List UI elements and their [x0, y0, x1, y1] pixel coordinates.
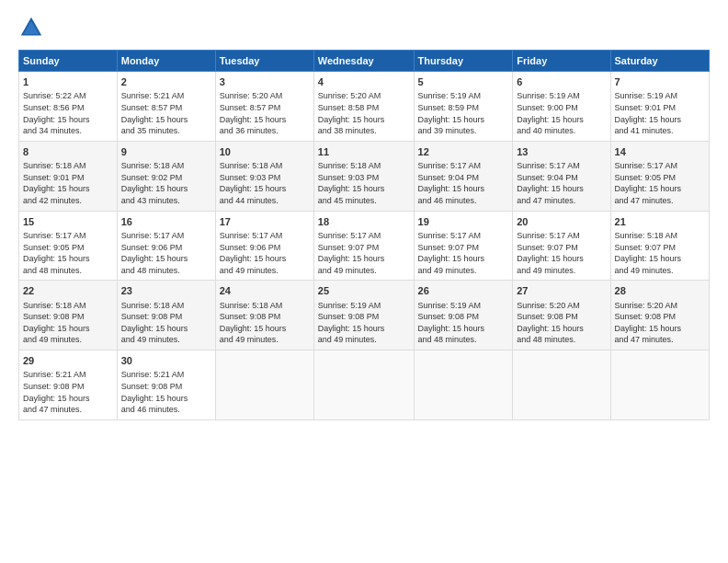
day-info-line: Sunset: 9:08 PM [615, 311, 705, 323]
calendar-day-cell: 23Sunrise: 5:18 AMSunset: 9:08 PMDayligh… [117, 281, 215, 350]
day-info-line: and 34 minutes. [23, 125, 113, 137]
day-number: 27 [517, 284, 606, 298]
day-info-line: Sunrise: 5:18 AM [121, 160, 211, 172]
day-info-line: Sunrise: 5:18 AM [220, 300, 310, 312]
day-info-line: Sunrise: 5:17 AM [615, 160, 705, 172]
day-info-line: Sunrise: 5:17 AM [418, 160, 509, 172]
calendar-day-cell: 13Sunrise: 5:17 AMSunset: 9:04 PMDayligh… [513, 141, 610, 211]
day-number: 9 [121, 145, 211, 159]
calendar-day-cell: 19Sunrise: 5:17 AMSunset: 9:07 PMDayligh… [414, 211, 513, 281]
day-info-line: Sunset: 8:57 PM [220, 102, 310, 114]
day-info-line: Sunrise: 5:20 AM [517, 300, 606, 312]
day-info-line: Sunrise: 5:19 AM [517, 90, 606, 102]
calendar-day-cell: 2Sunrise: 5:21 AMSunset: 8:57 PMDaylight… [117, 72, 215, 142]
day-number: 6 [517, 75, 606, 89]
calendar-day-cell: 6Sunrise: 5:19 AMSunset: 9:00 PMDaylight… [513, 72, 610, 142]
day-info-line: Sunset: 9:07 PM [318, 242, 410, 254]
calendar-day-cell: 1Sunrise: 5:22 AMSunset: 8:56 PMDaylight… [19, 72, 118, 142]
header [18, 15, 710, 40]
calendar-day-cell: 29Sunrise: 5:21 AMSunset: 9:08 PMDayligh… [19, 350, 118, 420]
day-info-line: Sunrise: 5:17 AM [418, 230, 509, 242]
day-info-line: and 49 minutes. [517, 265, 606, 277]
calendar-week-row: 29Sunrise: 5:21 AMSunset: 9:08 PMDayligh… [19, 350, 710, 420]
calendar-table: SundayMondayTuesdayWednesdayThursdayFrid… [18, 50, 710, 420]
day-info-line: Sunrise: 5:20 AM [318, 90, 410, 102]
day-info-line: and 49 minutes. [220, 334, 310, 346]
calendar-day-cell [414, 350, 513, 420]
day-info-line: Sunset: 9:08 PM [121, 381, 211, 393]
calendar-day-cell: 27Sunrise: 5:20 AMSunset: 9:08 PMDayligh… [513, 281, 610, 350]
calendar-day-cell: 21Sunrise: 5:18 AMSunset: 9:07 PMDayligh… [610, 211, 709, 281]
day-info-line: and 47 minutes. [23, 404, 113, 416]
day-info-line: and 42 minutes. [23, 195, 113, 207]
day-info-line: and 46 minutes. [418, 195, 509, 207]
calendar-header-row: SundayMondayTuesdayWednesdayThursdayFrid… [19, 51, 710, 72]
day-number: 23 [121, 284, 211, 298]
day-number: 19 [418, 215, 509, 229]
calendar-week-row: 1Sunrise: 5:22 AMSunset: 8:56 PMDaylight… [19, 72, 710, 142]
day-info-line: Sunrise: 5:18 AM [318, 160, 410, 172]
day-info-line: Daylight: 15 hours [121, 114, 211, 126]
calendar-day-cell: 10Sunrise: 5:18 AMSunset: 9:03 PMDayligh… [215, 141, 313, 211]
calendar-week-row: 22Sunrise: 5:18 AMSunset: 9:08 PMDayligh… [19, 281, 710, 350]
day-info-line: Daylight: 15 hours [615, 253, 705, 265]
day-info-line: Sunset: 9:07 PM [615, 242, 705, 254]
day-number: 8 [23, 145, 113, 159]
calendar-day-cell: 16Sunrise: 5:17 AMSunset: 9:06 PMDayligh… [117, 211, 215, 281]
calendar-day-cell [215, 350, 313, 420]
day-info-line: Daylight: 15 hours [23, 253, 113, 265]
day-info-line: Sunset: 8:59 PM [418, 102, 509, 114]
day-info-line: and 49 minutes. [418, 265, 509, 277]
day-info-line: Sunset: 9:08 PM [121, 311, 211, 323]
day-info-line: Daylight: 15 hours [220, 323, 310, 335]
weekday-header: Saturday [610, 51, 709, 72]
day-info-line: and 49 minutes. [121, 334, 211, 346]
day-info-line: Daylight: 15 hours [418, 114, 509, 126]
day-number: 15 [23, 215, 113, 229]
calendar-day-cell: 22Sunrise: 5:18 AMSunset: 9:08 PMDayligh… [19, 281, 118, 350]
day-number: 17 [220, 215, 310, 229]
day-info-line: Sunrise: 5:18 AM [121, 300, 211, 312]
day-info-line: Daylight: 15 hours [418, 253, 509, 265]
calendar-day-cell: 15Sunrise: 5:17 AMSunset: 9:05 PMDayligh… [19, 211, 118, 281]
day-info-line: Sunset: 9:04 PM [418, 172, 509, 184]
day-info-line: and 36 minutes. [220, 125, 310, 137]
day-info-line: and 39 minutes. [418, 125, 509, 137]
day-number: 21 [615, 215, 705, 229]
calendar-day-cell: 9Sunrise: 5:18 AMSunset: 9:02 PMDaylight… [117, 141, 215, 211]
day-info-line: and 48 minutes. [517, 334, 606, 346]
day-info-line: Sunset: 9:00 PM [517, 102, 606, 114]
day-info-line: Daylight: 15 hours [318, 323, 410, 335]
calendar-day-cell: 17Sunrise: 5:17 AMSunset: 9:06 PMDayligh… [215, 211, 313, 281]
day-info-line: Sunset: 9:05 PM [615, 172, 705, 184]
day-number: 12 [418, 145, 509, 159]
calendar-day-cell: 26Sunrise: 5:19 AMSunset: 9:08 PMDayligh… [414, 281, 513, 350]
day-info-line: Sunset: 9:06 PM [220, 242, 310, 254]
day-info-line: and 46 minutes. [121, 404, 211, 416]
day-number: 7 [615, 75, 705, 89]
day-info-line: Daylight: 15 hours [121, 323, 211, 335]
day-number: 22 [23, 284, 113, 298]
calendar-day-cell: 25Sunrise: 5:19 AMSunset: 9:08 PMDayligh… [313, 281, 414, 350]
day-info-line: and 48 minutes. [23, 265, 113, 277]
calendar-day-cell: 12Sunrise: 5:17 AMSunset: 9:04 PMDayligh… [414, 141, 513, 211]
calendar-day-cell: 4Sunrise: 5:20 AMSunset: 8:58 PMDaylight… [313, 72, 414, 142]
calendar-day-cell: 14Sunrise: 5:17 AMSunset: 9:05 PMDayligh… [610, 141, 709, 211]
calendar-week-row: 8Sunrise: 5:18 AMSunset: 9:01 PMDaylight… [19, 141, 710, 211]
day-info-line: Sunrise: 5:18 AM [615, 230, 705, 242]
day-info-line: and 38 minutes. [318, 125, 410, 137]
day-info-line: Sunrise: 5:20 AM [220, 90, 310, 102]
day-info-line: and 35 minutes. [121, 125, 211, 137]
calendar-day-cell: 7Sunrise: 5:19 AMSunset: 9:01 PMDaylight… [610, 72, 709, 142]
weekday-header: Thursday [414, 51, 513, 72]
day-info-line: Sunrise: 5:19 AM [418, 300, 509, 312]
day-info-line: Daylight: 15 hours [220, 253, 310, 265]
day-number: 1 [23, 75, 113, 89]
day-info-line: Sunrise: 5:17 AM [23, 230, 113, 242]
day-info-line: Sunset: 8:58 PM [318, 102, 410, 114]
day-info-line: Daylight: 15 hours [23, 183, 113, 195]
day-info-line: Sunrise: 5:17 AM [517, 230, 606, 242]
day-info-line: Sunset: 9:03 PM [318, 172, 410, 184]
calendar-day-cell: 30Sunrise: 5:21 AMSunset: 9:08 PMDayligh… [117, 350, 215, 420]
day-number: 18 [318, 215, 410, 229]
